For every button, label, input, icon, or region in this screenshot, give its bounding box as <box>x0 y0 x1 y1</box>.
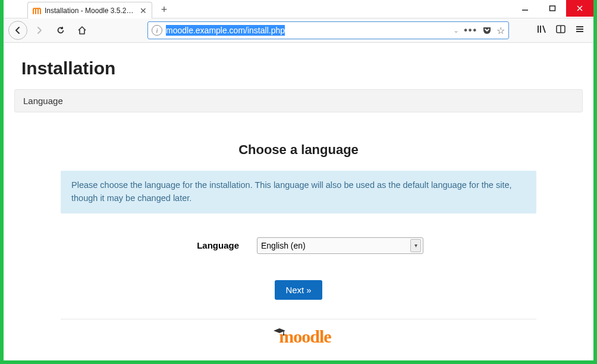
next-button[interactable]: Next » <box>275 280 322 300</box>
back-button[interactable] <box>8 21 27 40</box>
url-actions: ⌄ ••• ☆ <box>453 25 505 36</box>
bookmark-star-icon[interactable]: ☆ <box>497 25 505 36</box>
window-minimize-button[interactable] <box>511 0 539 17</box>
panel-header: Language <box>14 89 583 112</box>
language-select-value: English (en) <box>261 241 306 250</box>
language-form-row: Language English (en) ▾ <box>61 237 536 254</box>
footer-logo: moodle <box>61 327 536 347</box>
home-button[interactable] <box>73 21 92 40</box>
pocket-icon[interactable] <box>482 26 492 35</box>
section-heading: Choose a language <box>61 142 536 158</box>
page-title: Installation <box>21 58 583 79</box>
history-dropdown-icon[interactable]: ⌄ <box>453 26 459 34</box>
svg-rect-1 <box>550 6 555 11</box>
chevron-right-icon: » <box>306 285 311 295</box>
page-content: Installation Language Choose a language … <box>4 43 593 360</box>
url-text: moodle.example.com/install.php <box>166 25 450 36</box>
moodle-favicon <box>33 7 41 15</box>
menu-icon[interactable] <box>573 24 586 37</box>
info-alert: Please choose the language for the insta… <box>61 171 536 214</box>
tab-bar: Installation - Moodle 3.5.2+ (B… ✕ + <box>4 0 593 18</box>
browser-toolbar: i moodle.example.com/install.php ⌄ ••• ☆ <box>4 18 593 43</box>
moodle-logo-text: moodle <box>279 327 331 347</box>
url-bar[interactable]: i moodle.example.com/install.php ⌄ ••• ☆ <box>147 21 509 39</box>
sidebar-icon[interactable] <box>554 24 567 37</box>
window-controls <box>511 0 593 17</box>
site-info-icon[interactable]: i <box>152 25 162 36</box>
tab-title: Installation - Moodle 3.5.2+ (B… <box>45 7 136 15</box>
main-content: Choose a language Please choose the lang… <box>61 142 536 347</box>
svg-line-6 <box>543 26 545 33</box>
window-close-button[interactable] <box>566 0 593 17</box>
forward-button[interactable] <box>30 21 49 40</box>
language-select[interactable]: English (en) ▾ <box>257 237 423 254</box>
separator <box>61 319 536 319</box>
window-maximize-button[interactable] <box>539 0 566 17</box>
tab-close-icon[interactable]: ✕ <box>139 6 147 15</box>
library-icon[interactable] <box>535 24 548 37</box>
page-actions-icon[interactable]: ••• <box>464 25 477 36</box>
browser-window: Installation - Moodle 3.5.2+ (B… ✕ + <box>4 0 593 360</box>
chevron-down-icon: ▾ <box>410 239 421 252</box>
reload-button[interactable] <box>51 21 70 40</box>
language-label: Language <box>174 240 239 250</box>
graduation-cap-icon <box>273 328 286 338</box>
moodle-logo[interactable]: moodle <box>266 327 331 347</box>
titlebar: Installation - Moodle 3.5.2+ (B… ✕ + <box>4 0 593 18</box>
next-button-label: Next <box>285 285 304 295</box>
url-selected: moodle.example.com/install.php <box>166 25 285 36</box>
new-tab-button[interactable]: + <box>156 1 172 18</box>
browser-tab[interactable]: Installation - Moodle 3.5.2+ (B… ✕ <box>27 2 152 18</box>
toolbar-right-icons <box>535 24 586 37</box>
svg-point-12 <box>283 334 285 335</box>
